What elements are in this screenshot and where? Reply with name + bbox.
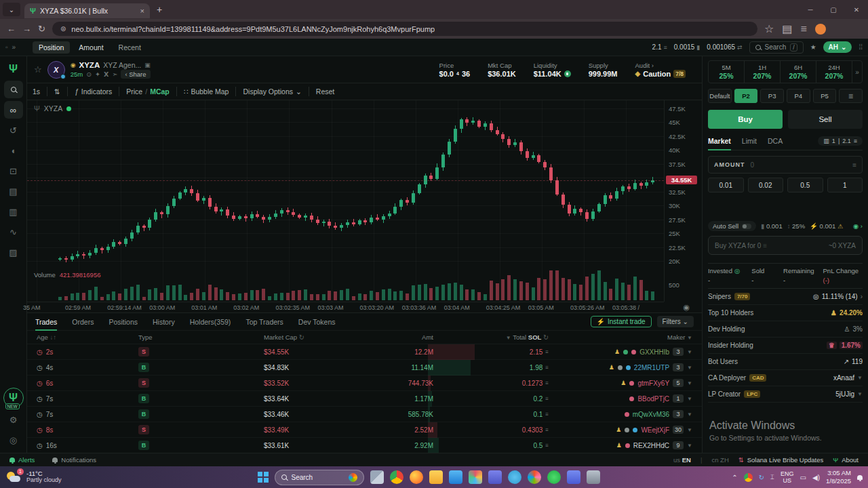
account-button[interactable]: AH⌄ [823,41,852,53]
reset-button[interactable]: Reset [316,87,334,96]
trades-tab-positions[interactable]: Positions [108,318,138,326]
buy-tab[interactable]: Buy [708,110,783,129]
priority-setting[interactable]: ⚡ 0.001 ⚠ [810,222,843,230]
x-icon[interactable]: 𝗫 [104,70,108,78]
share-button[interactable]: ‹ Share [121,70,150,79]
trade-row[interactable]: ◷16sB$33.61K2.92M0.5≡♟REX2HHdC9▼ [27,438,702,453]
header-tab-position[interactable]: Position [33,41,70,54]
start-button[interactable] [258,472,269,483]
history-icon[interactable]: ↺ [4,121,23,139]
interval-selector[interactable]: 1s [33,87,40,96]
preset-p2[interactable]: P2 [734,89,758,103]
telegram-icon[interactable]: ➣ [112,70,117,78]
trades-tab-dev-tokens[interactable]: Dev Tokens [298,318,336,326]
discord-icon[interactable] [567,470,580,484]
expand-icon[interactable]: » [12,43,16,51]
preset-p4[interactable]: P4 [787,89,810,103]
header-tab-amount[interactable]: Amount [73,41,109,54]
amount-preset-0.01[interactable]: 0.01 [708,178,744,192]
back-icon[interactable]: ← [7,24,16,34]
amount-preset-1[interactable]: 1 [827,178,863,192]
tab-search-chevron-icon[interactable]: ⌄ [3,3,20,16]
amount-input[interactable]: AMOUNT 0 ≡ [708,156,863,174]
chrome-icon[interactable] [390,470,403,484]
maximize-button[interactable]: ▢ [822,6,845,14]
amount-preset-0.5[interactable]: 0.5 [787,178,823,192]
trade-row[interactable]: ◷7sB$33.46K585.78K0.1≡mQwXvM363▼ [27,407,702,422]
preset-settings-icon[interactable]: ≣ [839,89,863,103]
trade-row[interactable]: ◷7sB$33.64K1.17M0.2≡BBodPTjC1▼ [27,391,702,407]
instant-trade-button[interactable]: ⚡Instant trade [591,316,652,327]
filter-funnel-icon[interactable]: ▼ [687,349,692,355]
trade-maker[interactable]: mQwXvM363▼ [549,410,692,418]
buy-cta-button[interactable]: Buy XYZA for 0 ≡ ~0 XYZA [708,236,863,255]
trade-maker[interactable]: ♟22MR1UTP3▼ [549,363,692,371]
scroll-to-realtime-icon[interactable]: ◉ [683,303,690,312]
refresh-icon[interactable]: ↻ [38,24,45,34]
close-button[interactable]: ✕ [845,6,868,14]
maker-address[interactable]: gtmFXy6Y [637,380,669,387]
telegram-icon[interactable] [508,470,521,484]
browser-tab[interactable]: Ψ XYZA $36.01K | Bullx × [24,3,150,18]
microphone-icon[interactable]: ⌶ [770,473,774,481]
volume-icon[interactable]: ◀) [812,474,820,481]
stat-row-bot-users[interactable]: Bot Users↗119 [708,354,863,370]
teams-icon[interactable] [488,470,502,484]
preset-default[interactable]: Default [708,89,732,103]
trade-maker[interactable]: BBodPTjC1▼ [549,394,692,403]
order-tab-dca[interactable]: DCA [768,137,783,145]
order-tab-limit[interactable]: Limit [742,137,757,145]
col-maker[interactable]: Maker ▼ [549,333,692,341]
search-icon[interactable] [4,81,23,98]
browser-profile-avatar[interactable] [815,24,826,35]
split-view-icon[interactable]: ▤ [782,22,792,35]
chart-price-axis[interactable]: 47.5K45K42.5K40K37.5K35K32.5K30K27.5K25K… [664,100,702,302]
trade-row[interactable]: ◷4sB$34.83K11.14M1.98≡♟22MR1UTP3▼ [27,360,702,375]
preset-p3[interactable]: P3 [760,89,784,103]
trades-tab-trades[interactable]: Trades [35,318,57,331]
gas-setting[interactable]: ▮ 0.001 [761,222,783,230]
header-tab-recent[interactable]: Recent [113,41,147,54]
global-search[interactable]: Search/ [749,41,804,54]
site-settings-icon[interactable]: ⊜ [60,25,66,33]
col-amt[interactable]: Amt [376,333,433,341]
tab-close-icon[interactable]: × [140,7,144,15]
trades-tab-orders[interactable]: Orders [72,318,94,326]
notification-center-icon[interactable] [857,475,863,480]
cast-icon[interactable]: ▭ [800,474,806,481]
filter-funnel-icon[interactable]: ▼ [687,411,692,418]
chrome-tray-icon[interactable] [744,473,753,482]
wallet-icon[interactable]: ▥ [4,203,23,220]
col-age[interactable]: Age ↓↑ [37,333,138,341]
new-tab-button[interactable]: + [157,4,162,15]
col-type[interactable]: Type [138,333,264,341]
stat-row-top-10-holders[interactable]: Top 10 Holders♟24.20% [708,305,863,321]
trades-tab-top-traders[interactable]: Top Traders [245,318,283,326]
display-options-dropdown[interactable]: Display Options⌄ [243,87,301,96]
live-bribe-updates[interactable]: ⇅Solana Live Bribe Updates [738,456,823,464]
firefox-icon[interactable] [410,470,423,484]
price-mcap-toggle[interactable]: Price/MCap [126,87,169,96]
trades-tab-history[interactable]: History [153,318,175,326]
website-icon[interactable]: ⊙ [86,70,92,78]
forward-icon[interactable]: → [22,24,31,34]
sell-tab[interactable]: Sell [788,110,863,129]
stat-row-dev-holding[interactable]: Dev Holding♙3% [708,321,863,338]
lang-zh-toggle[interactable]: cn ZH [711,456,728,464]
chart-time-axis[interactable]: 35 AM02:59 AM02:59:14 AM03:00 AM03:01 AM… [27,302,664,312]
maker-address[interactable]: mQwXvM36 [633,411,669,418]
trade-maker[interactable]: ♟WEejtXjF30▼ [549,426,692,434]
filter-funnel-icon[interactable]: ▼ [687,396,692,402]
copy-icon[interactable]: ▣ [144,62,151,68]
sidebar-collapse[interactable]: ▫» [5,43,28,51]
filter-funnel-icon[interactable]: ▼ [687,380,692,386]
store-icon[interactable] [449,470,462,484]
whatsapp-icon[interactable] [547,470,561,484]
maker-address[interactable]: WEejtXjF [641,426,669,434]
col-mcap[interactable]: Market Cap ↻ [264,333,376,341]
filter-funnel-icon[interactable]: ▼ [857,391,863,397]
maker-address[interactable]: BBodPTjC [637,395,669,403]
filter-funnel-icon[interactable]: ▼ [687,365,692,371]
filter-funnel-icon[interactable]: ▼ [857,375,863,381]
scanner-icon[interactable]: ▨ [4,243,23,261]
